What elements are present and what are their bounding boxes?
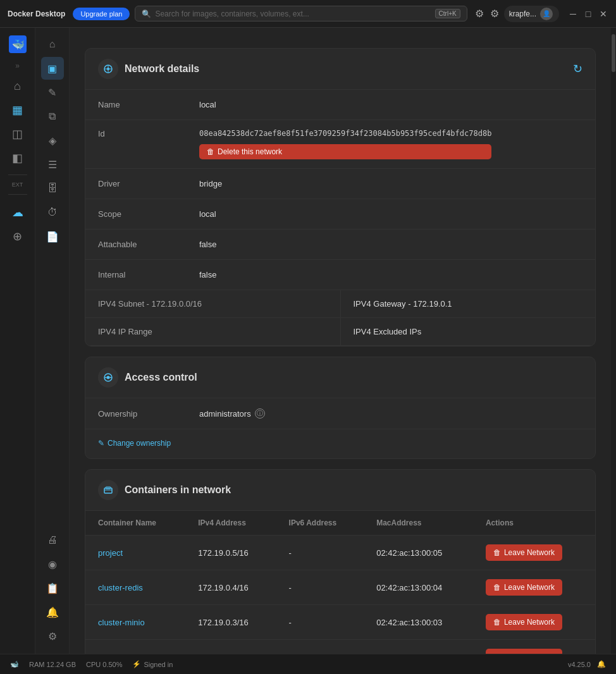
ipv4-excluded-cell: IPV4 Excluded IPs — [341, 318, 596, 345]
scrollbar-thumb[interactable] — [612, 34, 615, 72]
avatar: 👤 — [540, 8, 553, 20]
sidebar-item-home[interactable]: ⌂ — [6, 75, 29, 97]
container-mac-cell: 02:42:ac:13:00:05 — [364, 536, 473, 570]
scope-value: local — [199, 209, 582, 219]
scope-label: Scope — [98, 209, 199, 219]
ipv4-subnet-row: IPV4 Subnet - 172.19.0.0/16 IPV4 Gateway… — [85, 290, 595, 318]
notification-icon[interactable]: 🔔 — [597, 660, 606, 668]
attachable-value: false — [199, 240, 582, 249]
s2-bell-icon[interactable]: 🔔 — [41, 601, 64, 623]
s2-wifi-icon[interactable]: ◉ — [41, 553, 64, 575]
scrollbar-track[interactable] — [611, 28, 616, 654]
signed-in-icon: ⚡ — [132, 660, 141, 668]
col-mac: MacAddress — [364, 511, 473, 536]
leave-network-button[interactable]: 🗑 Leave Network — [486, 579, 562, 596]
dev-icon[interactable]: ⚙ — [475, 8, 484, 20]
s2-gear-icon[interactable]: ⚙ — [41, 625, 64, 647]
s2-home-icon[interactable]: ⌂ — [41, 33, 64, 56]
search-bar[interactable]: 🔍 Search for images, containers, volumes… — [135, 6, 467, 21]
sidebar-item-images[interactable]: ◫ — [6, 123, 29, 145]
col-ipv6: IPv6 Address — [276, 511, 364, 536]
sidebar-item-whale[interactable]: 🐳 — [6, 33, 29, 56]
sidebar-item-containers[interactable]: ▦ — [6, 99, 29, 121]
container-name-link[interactable]: cluster-minio — [98, 618, 145, 627]
ipv4-subnet-label: IPV4 Subnet - 172.19.0.0/16 — [98, 299, 202, 309]
edit-icon: ✎ — [98, 439, 104, 448]
id-block: 08ea842538dc72aef8e8f51fe3709259f34f2308… — [199, 129, 491, 159]
access-control-header: Access control — [85, 357, 595, 398]
upgrade-button[interactable]: Upgrade plan — [73, 8, 130, 20]
s2-box-icon[interactable]: ◈ — [41, 129, 64, 152]
sidebar-item-add-ext[interactable]: ⊕ — [6, 225, 29, 248]
ownership-value: administrators — [199, 409, 251, 419]
name-row: Name local — [85, 90, 595, 120]
s2-file-icon[interactable]: 📋 — [41, 577, 64, 599]
ownership-info-icon[interactable]: ⓘ — [255, 408, 265, 419]
change-ownership-button[interactable]: ✎ Change ownership — [98, 439, 171, 448]
content-area: Network details ↻ Name local Id 08ea8425… — [70, 28, 611, 654]
container-ipv6-cell: - — [276, 605, 364, 640]
titlebar-icons: ⚙ ⚙ — [475, 8, 499, 20]
attachable-label: Attachable — [98, 240, 199, 249]
containers-header: Containers in network — [85, 470, 595, 511]
container-name-link[interactable]: cluster-redis — [98, 583, 143, 592]
s2-layers-icon[interactable]: ⧉ — [41, 105, 64, 128]
settings-icon[interactable]: ⚙ — [490, 8, 499, 20]
access-control-icon — [98, 367, 118, 388]
access-control-card: Access control Ownership administrators … — [85, 357, 596, 459]
network-details-title: Network details — [125, 63, 199, 75]
internal-value: false — [199, 270, 582, 279]
statusbar: 🐋 RAM 12.24 GB CPU 0.50% ⚡ Signed in v4.… — [0, 654, 616, 674]
cpu-display: CPU 0.50% — [86, 661, 122, 668]
name-label: Name — [98, 100, 199, 109]
s2-doc-icon[interactable]: 📄 — [41, 225, 64, 248]
containers-in-network-card: Containers in network Container Name IPv… — [85, 469, 596, 654]
network-details-card: Network details ↻ Name local Id 08ea8425… — [85, 48, 596, 346]
maximize-button[interactable]: □ — [583, 9, 593, 19]
minimize-button[interactable]: ─ — [568, 9, 578, 19]
s2-printer-icon[interactable]: 🖨 — [41, 529, 64, 551]
statusbar-whale-icon: 🐋 — [10, 660, 19, 668]
search-placeholder: Search for images, containers, volumes, … — [155, 9, 431, 18]
ownership-value-container: administrators ⓘ — [199, 408, 265, 419]
left-sidebar: 🐳 » ⌂ ▦ ◫ ◧ EXT ☁ ⊕ — [0, 28, 35, 654]
container-name-link[interactable]: project — [98, 548, 123, 558]
titlebar: Docker Desktop Upgrade plan 🔍 Search for… — [0, 0, 616, 28]
s2-clock-icon[interactable]: ⏱ — [41, 201, 64, 224]
container-mac-cell: 02:42:ac:13:00:02 — [364, 640, 473, 654]
container-ipv4-cell: 172.19.0.5/16 — [185, 536, 276, 570]
id-label: Id — [98, 129, 199, 138]
s2-containers-icon[interactable]: ▣ — [41, 57, 64, 80]
s2-database-icon[interactable]: 🗄 — [41, 177, 64, 200]
leave-network-button[interactable]: 🗑 Leave Network — [486, 614, 562, 630]
sidebar-item-volumes[interactable]: ◧ — [6, 147, 29, 169]
id-value: 08ea842538dc72aef8e8f51fe3709259f34f2308… — [199, 129, 491, 138]
sidebar-expand[interactable]: » — [6, 59, 29, 72]
refresh-button[interactable]: ↻ — [573, 62, 582, 76]
delete-network-button[interactable]: 🗑 Delete this network — [199, 144, 491, 159]
leave-network-button[interactable]: 🗑 Leave Network — [486, 649, 562, 654]
leave-network-button[interactable]: 🗑 Leave Network — [486, 544, 562, 561]
container-ipv6-cell: - — [276, 570, 364, 605]
sidebar-item-ext1[interactable]: ☁ — [6, 201, 29, 224]
col-name: Container Name — [85, 511, 185, 536]
ram-display: RAM 12.24 GB — [29, 661, 76, 668]
col-actions: Actions — [473, 511, 595, 536]
driver-value: bridge — [199, 179, 582, 188]
user-pill[interactable]: krapfe... 👤 — [504, 6, 559, 22]
table-body: project 172.19.0.5/16 - 02:42:ac:13:00:0… — [85, 536, 595, 654]
leave-trash-icon: 🗑 — [493, 618, 501, 627]
container-name-cell: cluster-redis — [85, 570, 185, 605]
close-button[interactable]: ✕ — [598, 9, 608, 19]
container-name-cell: project — [85, 536, 185, 570]
ipv4-excluded-value: IPV4 Excluded IPs — [354, 327, 422, 336]
containers-title: Containers in network — [125, 484, 231, 496]
s2-list-icon[interactable]: ☰ — [41, 153, 64, 176]
svg-text:🐳: 🐳 — [12, 39, 25, 51]
driver-label: Driver — [98, 179, 199, 188]
sidebar-divider-2 — [8, 194, 27, 195]
window-controls: ─ □ ✕ — [568, 9, 608, 19]
second-sidebar: ⌂ ▣ ✎ ⧉ ◈ ☰ 🗄 ⏱ 📄 🖨 ◉ 📋 🔔 ⚙ — [35, 28, 70, 654]
col-ipv4: IPv4 Address — [185, 511, 276, 536]
s2-edit-icon[interactable]: ✎ — [41, 81, 64, 104]
